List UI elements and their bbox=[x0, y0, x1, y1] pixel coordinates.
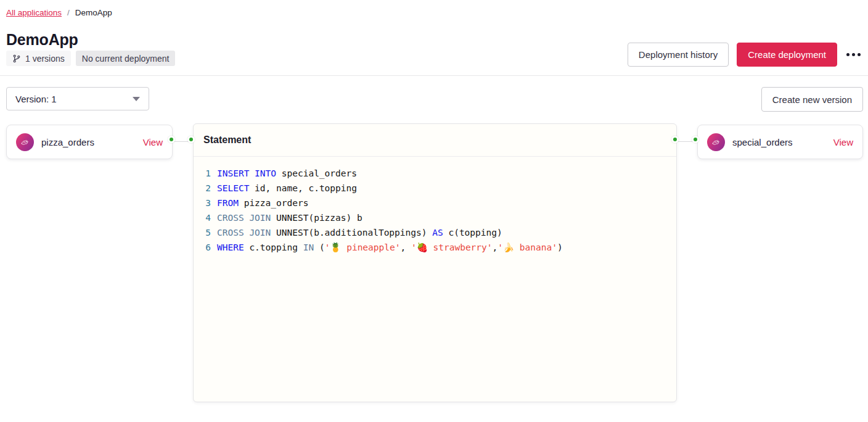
page-title: DemoApp bbox=[6, 31, 78, 49]
ellipsis-icon bbox=[846, 53, 850, 56]
versions-badge-label: 1 versions bbox=[25, 54, 65, 64]
create-deployment-button[interactable]: Create deployment bbox=[737, 43, 837, 67]
versions-badge: 1 versions bbox=[6, 51, 71, 66]
no-deployment-badge-label: No current deployment bbox=[82, 54, 170, 64]
source-view-link[interactable]: View bbox=[143, 137, 163, 147]
line-number: 2 bbox=[204, 181, 211, 196]
statement-card: Statement 1INSERT INTO special_orders2SE… bbox=[193, 123, 677, 402]
sink-view-link[interactable]: View bbox=[833, 137, 853, 147]
source-table-card: pizza_orders View bbox=[6, 125, 173, 159]
port-dot-statement-in bbox=[187, 136, 195, 143]
line-number: 5 bbox=[204, 225, 211, 240]
port-dot-statement-out bbox=[671, 136, 679, 143]
breadcrumb-current: DemoApp bbox=[75, 8, 112, 17]
sink-table-name: special_orders bbox=[732, 137, 793, 147]
statement-title: Statement bbox=[194, 124, 676, 157]
chevron-down-icon bbox=[133, 97, 140, 101]
ellipsis-icon bbox=[852, 53, 855, 56]
ellipsis-icon bbox=[858, 53, 861, 56]
port-dot-source-out bbox=[168, 136, 175, 143]
git-branch-icon bbox=[12, 54, 21, 63]
version-select[interactable]: Version: 1 bbox=[6, 87, 149, 110]
line-number: 4 bbox=[204, 210, 211, 225]
no-deployment-badge: No current deployment bbox=[76, 51, 176, 66]
create-new-version-button[interactable]: Create new version bbox=[761, 87, 863, 112]
code-line: 2SELECT id, name, c.topping bbox=[204, 181, 668, 196]
flink-app-icon bbox=[16, 133, 34, 151]
port-dot-sink-in bbox=[692, 136, 699, 143]
code-line: 1INSERT INTO special_orders bbox=[204, 166, 668, 181]
section-divider bbox=[0, 75, 868, 76]
breadcrumb-all-applications-link[interactable]: All applications bbox=[6, 8, 62, 17]
code-line: 4CROSS JOIN UNNEST(pizzas) b bbox=[204, 210, 668, 225]
application-page: All applications / DemoApp DemoApp 1 ver… bbox=[0, 0, 868, 422]
line-number: 1 bbox=[204, 166, 211, 181]
deployment-history-button[interactable]: Deployment history bbox=[628, 43, 729, 67]
header-actions: Deployment history Create deployment bbox=[628, 43, 862, 67]
app-meta-badges: 1 versions No current deployment bbox=[6, 51, 175, 66]
sink-table-card: special_orders View bbox=[697, 125, 863, 159]
more-options-button[interactable] bbox=[845, 49, 862, 60]
version-select-value: Version: 1 bbox=[15, 94, 57, 104]
breadcrumb-separator: / bbox=[67, 8, 70, 17]
sql-code[interactable]: 1INSERT INTO special_orders2SELECT id, n… bbox=[194, 157, 676, 255]
code-line: 3FROM pizza_orders bbox=[204, 196, 668, 210]
flink-app-icon bbox=[707, 133, 725, 151]
source-table-name: pizza_orders bbox=[41, 137, 94, 147]
code-line: 5CROSS JOIN UNNEST(b.additionalToppings)… bbox=[204, 225, 668, 240]
breadcrumb: All applications / DemoApp bbox=[6, 8, 112, 17]
line-number: 6 bbox=[204, 240, 211, 255]
line-number: 3 bbox=[204, 196, 211, 210]
code-line: 6WHERE c.topping IN ('🍍 pineapple', '🍓 s… bbox=[204, 240, 668, 255]
